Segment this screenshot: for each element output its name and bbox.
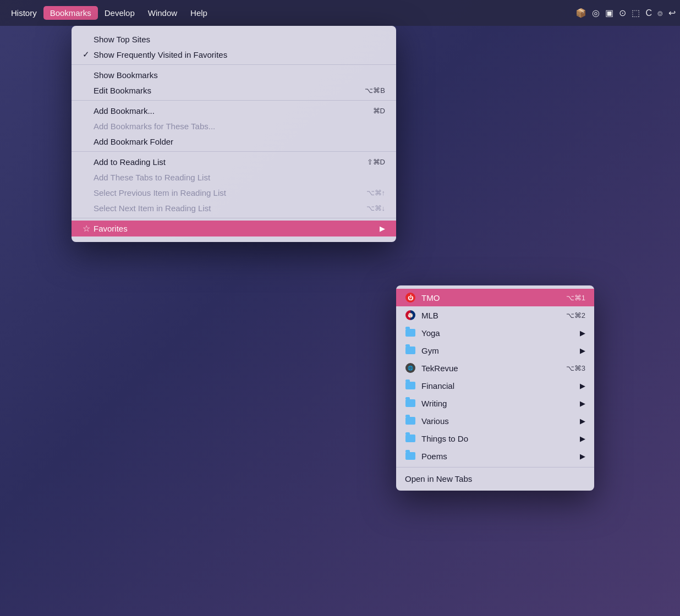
various-folder-icon (405, 415, 416, 426)
gym-folder-icon (405, 345, 416, 356)
menu-window[interactable]: Window (141, 6, 184, 20)
menu-bookmarks[interactable]: Bookmarks (43, 6, 98, 20)
select-prev-shortcut: ⌥⌘↑ (366, 189, 386, 197)
gym-arrow: ▶ (580, 346, 585, 355)
screen-icon[interactable]: ▣ (605, 8, 613, 18)
submenu-gym[interactable]: Gym ▶ (396, 342, 594, 359)
menu-bar: History Bookmarks Develop Window Help 📦 … (0, 0, 680, 26)
c-icon[interactable]: C (645, 8, 652, 18)
open-in-new-tabs[interactable]: Open in New Tabs (396, 470, 594, 487)
edit-bookmarks-shortcut: ⌥⌘B (365, 86, 385, 95)
dropbox-icon[interactable]: 📦 (575, 8, 586, 18)
submenu-writing[interactable]: Writing ▶ (396, 394, 594, 412)
add-bookmarks-tabs: Add Bookmarks for These Tabs... (72, 118, 396, 134)
add-reading-list-shortcut: ⇧⌘D (367, 158, 385, 166)
submenu-tmo[interactable]: ⏻ TMO ⌥⌘1 (396, 289, 594, 306)
select-next-reading-list: Select Next Item in Reading List ⌥⌘↓ (72, 200, 396, 216)
no-check (83, 86, 91, 95)
add-bookmark[interactable]: Add Bookmark... ⌘D (72, 103, 396, 118)
submenu-yoga[interactable]: Yoga ▶ (396, 324, 594, 342)
select-next-shortcut: ⌥⌘↓ (366, 204, 386, 212)
show-bookmarks[interactable]: Show Bookmarks (72, 67, 396, 82)
tekrevue-shortcut: ⌥⌘3 (566, 364, 585, 372)
no-check (83, 204, 91, 213)
creative-cloud-icon[interactable]: ◎ (592, 8, 600, 18)
submenu-financial[interactable]: Financial ▶ (396, 377, 594, 394)
menu-bar-right-icons: 📦 ◎ ▣ ⊙ ⬚ C ⌾ ↩ (575, 8, 676, 18)
writing-folder-icon (405, 398, 416, 409)
tmo-shortcut: ⌥⌘1 (566, 294, 585, 302)
menu-section-bookmarks-manage: Show Bookmarks Edit Bookmarks ⌥⌘B (72, 65, 396, 101)
check-mark: ✓ (83, 50, 91, 59)
mlb-icon: ⚾ (405, 310, 416, 321)
bookmarks-menu: Show Top Sites ✓ Show Frequently Visited… (72, 26, 396, 242)
airplay-icon[interactable]: ⬚ (632, 8, 640, 18)
no-check (83, 173, 91, 182)
yoga-arrow: ▶ (580, 329, 585, 337)
submenu-various[interactable]: Various ▶ (396, 412, 594, 430)
show-frequently-visited[interactable]: ✓ Show Frequently Visited in Favorites (72, 47, 396, 62)
menu-develop[interactable]: Develop (98, 6, 141, 20)
favorites-item[interactable]: ☆ Favorites ▶ (72, 221, 396, 237)
menu-section-favorites: ☆ Favorites ▶ (72, 218, 396, 239)
add-bookmark-folder[interactable]: Add Bookmark Folder (72, 134, 396, 149)
writing-arrow: ▶ (580, 399, 585, 408)
no-check (83, 122, 91, 131)
financial-folder-icon (405, 380, 416, 391)
yoga-folder-icon (405, 327, 416, 338)
submenu-poems[interactable]: Poems ▶ (396, 447, 594, 465)
poems-arrow: ▶ (580, 452, 585, 460)
menu-help[interactable]: Help (184, 6, 214, 20)
mlb-shortcut: ⌥⌘2 (566, 311, 585, 320)
no-check (83, 106, 91, 116)
menu-section-sites: Show Top Sites ✓ Show Frequently Visited… (72, 29, 396, 65)
various-arrow: ▶ (580, 417, 585, 425)
add-bookmark-shortcut: ⌘D (373, 107, 385, 115)
star-icon: ☆ (83, 223, 90, 234)
financial-arrow: ▶ (580, 382, 585, 390)
add-to-reading-list[interactable]: Add to Reading List ⇧⌘D (72, 154, 396, 169)
menu-section-add-bookmarks: Add Bookmark... ⌘D Add Bookmarks for The… (72, 101, 396, 152)
things-to-do-arrow: ▶ (580, 435, 585, 443)
favorites-submenu: ⏻ TMO ⌥⌘1 ⚾ MLB ⌥⌘2 Yoga ▶ Gym ▶ 🌐 TekRe… (396, 285, 594, 491)
submenu-things-to-do[interactable]: Things to Do ▶ (396, 430, 594, 447)
tekrevue-icon: 🌐 (405, 362, 416, 373)
things-to-do-folder-icon (405, 433, 416, 444)
submenu-mlb[interactable]: ⚾ MLB ⌥⌘2 (396, 306, 594, 324)
time-machine-icon[interactable]: ↩ (668, 8, 676, 18)
tmo-icon: ⏻ (405, 292, 416, 303)
menu-history[interactable]: History (4, 6, 43, 20)
no-check (83, 35, 91, 44)
privacy-icon[interactable]: ⊙ (619, 8, 626, 18)
no-check (83, 157, 91, 167)
submenu-divider (396, 467, 594, 468)
add-tabs-reading-list: Add These Tabs to Reading List (72, 169, 396, 185)
wifi-icon[interactable]: ⌾ (657, 8, 663, 18)
submenu-tekrevue[interactable]: 🌐 TekRevue ⌥⌘3 (396, 359, 594, 377)
show-top-sites[interactable]: Show Top Sites (72, 31, 396, 47)
select-previous-reading-list: Select Previous Item in Reading List ⌥⌘↑ (72, 185, 396, 200)
no-check (83, 137, 91, 146)
poems-folder-icon (405, 450, 416, 461)
menu-section-reading-list: Add to Reading List ⇧⌘D Add These Tabs t… (72, 152, 396, 218)
no-check (83, 70, 91, 80)
edit-bookmarks[interactable]: Edit Bookmarks ⌥⌘B (72, 82, 396, 98)
favorites-arrow: ▶ (380, 224, 385, 233)
no-check (83, 188, 91, 197)
